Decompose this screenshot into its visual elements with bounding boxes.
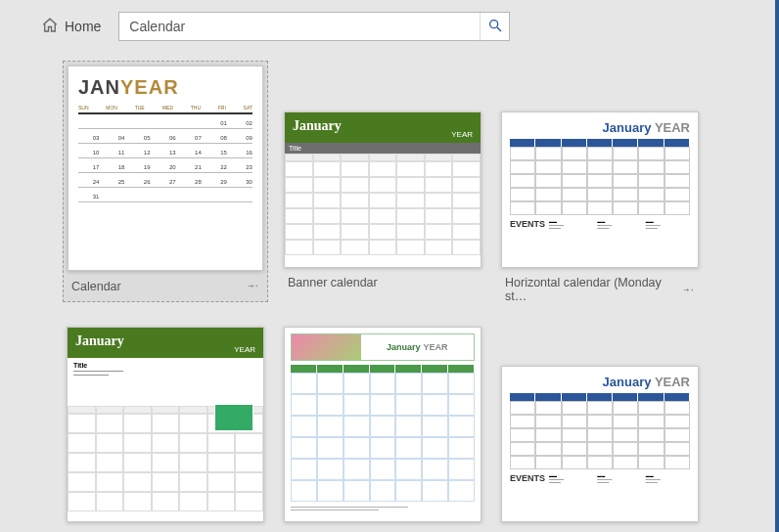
thumb-month: January (603, 120, 652, 135)
svg-point-0 (490, 20, 498, 27)
search-box (118, 12, 510, 41)
pin-icon[interactable] (683, 283, 695, 297)
template-thumbnail: January YEAR Title (284, 111, 481, 268)
search-button[interactable] (480, 13, 509, 40)
day-header: WED (161, 105, 173, 111)
template-photo-calendar[interactable]: JanuaryYEAR ▬▬▬▬▬▬▬▬▬▬▬▬▬▬▬▬▬▬▬▬▬▬▬▬▬▬▬▬… (280, 323, 485, 526)
template-horizontal-calendar[interactable]: January YEAR EVENTS ▬▬▬▬▬▬▬▬▬▬▬ ▬▬▬▬▬▬▬▬… (497, 61, 703, 311)
events-label: EVENTS (510, 473, 545, 485)
template-label-row: Calendar (68, 271, 263, 297)
pin-icon[interactable] (248, 279, 259, 293)
template-thumbnail: January YEAR Title ▬▬▬▬▬▬▬▬▬▬▬▬▬▬▬▬▬▬▬▬▬… (67, 327, 264, 522)
thumb-year: YEAR (655, 120, 690, 135)
template-thumbnail: January YEAR EVENTS ▬▬▬▬▬▬▬▬▬▬▬ ▬▬▬▬▬▬▬▬… (501, 366, 699, 522)
template-horizontal-calendar-2[interactable]: January YEAR EVENTS ▬▬▬▬▬▬▬▬▬▬▬ ▬▬▬▬▬▬▬▬… (497, 323, 703, 526)
template-label: Horizontal calendar (Monday st… (505, 276, 683, 303)
search-input[interactable] (119, 19, 480, 34)
thumb-month: JAN (78, 76, 120, 98)
template-thumbnail: JANYEAR SUN MON TUE WED THU FRI SAT 0102… (68, 66, 263, 271)
top-bar: Home (0, 0, 775, 51)
template-label: Calendar (71, 280, 121, 293)
day-header: THU (191, 105, 201, 111)
template-thumbnail: JanuaryYEAR ▬▬▬▬▬▬▬▬▬▬▬▬▬▬▬▬▬▬▬▬▬▬▬▬▬▬▬▬… (284, 327, 481, 522)
thumb-photo (214, 404, 253, 431)
thumb-year: YEAR (120, 76, 179, 98)
events-label: EVENTS (510, 219, 545, 231)
svg-line-1 (497, 27, 501, 31)
thumb-month: January (603, 375, 652, 389)
search-icon (487, 18, 503, 36)
home-label: Home (65, 19, 101, 34)
thumb-month: January (387, 342, 421, 352)
thumb-title: Title (285, 143, 481, 154)
template-thumbnail: January YEAR EVENTS ▬▬▬▬▬▬▬▬▬▬▬ ▬▬▬▬▬▬▬▬… (501, 111, 699, 268)
thumb-title: Title (68, 358, 263, 369)
home-link[interactable]: Home (41, 17, 101, 37)
day-header: MON (106, 105, 117, 111)
template-banner-calendar-portrait[interactable]: January YEAR Title ▬▬▬▬▬▬▬▬▬▬▬▬▬▬▬▬▬▬▬▬▬… (63, 323, 268, 526)
thumb-photo (292, 334, 361, 360)
template-label-row: Horizontal calendar (Monday st… (501, 268, 699, 307)
template-gallery: JANYEAR SUN MON TUE WED THU FRI SAT 0102… (0, 51, 775, 526)
thumb-year: YEAR (655, 375, 690, 389)
template-banner-calendar[interactable]: January YEAR Title Banner calendar (280, 61, 485, 297)
day-header: FRI (218, 105, 226, 111)
day-header: TUE (135, 105, 145, 111)
template-calendar[interactable]: JANYEAR SUN MON TUE WED THU FRI SAT 0102… (63, 61, 268, 302)
home-icon (41, 17, 59, 37)
day-header: SAT (244, 105, 252, 111)
day-header: SUN (78, 105, 89, 111)
template-label-row: Banner calendar (284, 268, 481, 293)
thumb-year: YEAR (424, 342, 448, 352)
template-label: Banner calendar (288, 276, 378, 289)
